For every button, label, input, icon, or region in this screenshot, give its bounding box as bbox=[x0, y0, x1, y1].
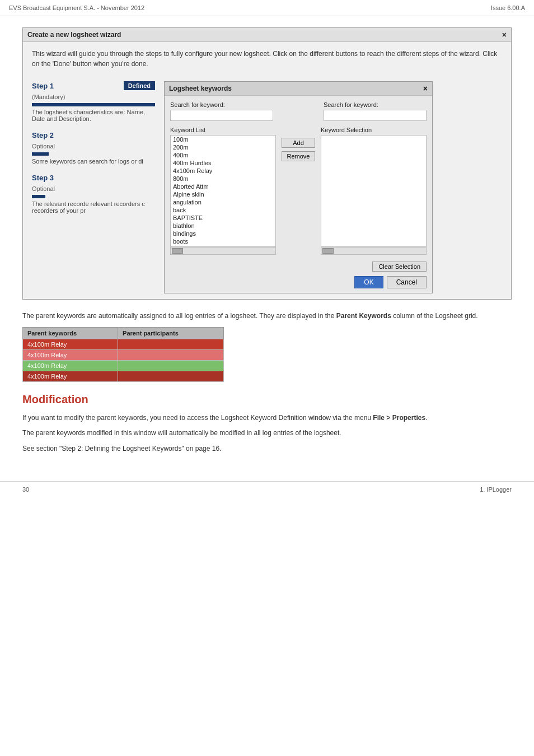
step-1-desc: The logsheet's characteristics are: Name… bbox=[32, 109, 155, 122]
middle-buttons: Add Remove bbox=[282, 127, 315, 161]
mod-para-2: The parent keywords modified in this win… bbox=[22, 428, 512, 438]
search-left-col: Search for keyword: bbox=[170, 101, 273, 121]
keyword-selection-scrollbar[interactable] bbox=[321, 247, 427, 255]
footer-left: 30 bbox=[22, 486, 29, 493]
list-item[interactable]: BAPTISTE bbox=[171, 214, 275, 222]
keywords-body: Search for keyword: Search for keyword: bbox=[165, 96, 432, 264]
keyword-cell: 4x100m Relay bbox=[23, 371, 118, 382]
keyword-list[interactable]: 100m200m400m400m Hurdles4x100m Relay800m… bbox=[170, 135, 276, 247]
lists-row: Keyword List 100m200m400m400m Hurdles4x1… bbox=[170, 127, 427, 255]
list-item[interactable]: boots bbox=[171, 237, 275, 245]
list-item[interactable]: bindings bbox=[171, 230, 275, 237]
step-3-block: Step 3 Optional The relevant recorde rel… bbox=[32, 174, 155, 214]
below-text-start: The parent keywords are automatically as… bbox=[22, 312, 336, 320]
table-row: 4x100m Relay bbox=[23, 361, 224, 371]
step-3-desc: The relevant recorde relevant recorders … bbox=[32, 200, 155, 214]
keywords-close-button[interactable]: × bbox=[423, 84, 428, 93]
selection-scrollbar-thumb bbox=[322, 248, 334, 254]
keyword-cell: 4x100m Relay bbox=[23, 350, 118, 361]
keyword-list-col: Keyword List 100m200m400m400m Hurdles4x1… bbox=[170, 127, 276, 255]
step-1-header: Step 1 Defined bbox=[32, 81, 155, 90]
mod-para-1-text: If you want to modify the parent keyword… bbox=[22, 414, 373, 422]
search-left-label: Search for keyword: bbox=[170, 101, 273, 108]
mod-para-1-end: . bbox=[425, 414, 427, 422]
keyword-cell: 4x100m Relay bbox=[23, 339, 118, 350]
list-item[interactable]: back bbox=[171, 206, 275, 214]
ok-button[interactable]: OK bbox=[354, 276, 383, 288]
step-1-label[interactable]: Step 1 bbox=[32, 82, 54, 90]
remove-button[interactable]: Remove bbox=[282, 151, 315, 161]
footer-right: 1. IPLogger bbox=[480, 486, 512, 493]
col-parent-keywords: Parent keywords bbox=[23, 328, 118, 339]
wizard-title-bar: Create a new logsheet wizard × bbox=[23, 28, 511, 42]
step-2-sub: Optional bbox=[32, 143, 55, 150]
list-item[interactable]: 400m Hurdles bbox=[171, 159, 275, 167]
wizard-close-button[interactable]: × bbox=[502, 30, 507, 39]
mod-para-1: If you want to modify the parent keyword… bbox=[22, 413, 512, 423]
parent-keywords-bold: Parent Keywords bbox=[336, 312, 391, 320]
list-item[interactable]: 800m bbox=[171, 175, 275, 183]
scrollbar-thumb bbox=[172, 248, 183, 254]
search-row: Search for keyword: Search for keyword: bbox=[170, 101, 427, 121]
participants-cell bbox=[118, 371, 224, 382]
keyword-list-scrollbar[interactable] bbox=[170, 247, 276, 255]
table-row: 4x100m Relay bbox=[23, 350, 224, 361]
header-right: Issue 6.00.A bbox=[491, 4, 525, 11]
list-item[interactable]: Aborted Attm bbox=[171, 183, 275, 190]
step-1-bar bbox=[32, 103, 155, 106]
search-left-input[interactable] bbox=[170, 110, 273, 121]
step-2-desc: Some keywords can search for logs or di bbox=[32, 158, 155, 165]
list-item[interactable]: 4x100m Relay bbox=[171, 167, 275, 175]
wizard-steps: Step 1 Defined (Mandatory) The logsheet'… bbox=[32, 81, 155, 293]
wizard-dialog: Create a new logsheet wizard × This wiza… bbox=[22, 27, 512, 300]
keyword-selection-list[interactable] bbox=[321, 135, 427, 247]
keywords-title: Logsheet keywords bbox=[169, 85, 232, 92]
keywords-modal: Logsheet keywords × Search for keyword: … bbox=[164, 81, 433, 293]
wizard-title: Create a new logsheet wizard bbox=[27, 31, 121, 39]
parent-keywords-table: Parent keywords Parent participants 4x10… bbox=[22, 327, 224, 382]
wizard-intro: This wizard will guide you through the s… bbox=[23, 42, 511, 76]
parent-keywords-paragraph: The parent keywords are automatically as… bbox=[22, 311, 512, 321]
keyword-selection-label: Keyword Selection bbox=[321, 127, 427, 133]
table-row: 4x100m Relay bbox=[23, 339, 224, 350]
modification-title: Modification bbox=[22, 393, 512, 406]
clear-selection-button[interactable]: Clear Selection bbox=[372, 262, 427, 272]
add-button[interactable]: Add bbox=[282, 138, 315, 148]
keywords-title-bar: Logsheet keywords × bbox=[165, 82, 432, 96]
participants-cell bbox=[118, 350, 224, 361]
list-item[interactable]: 100m bbox=[171, 136, 275, 143]
list-item[interactable]: angulation bbox=[171, 198, 275, 206]
keyword-selection-col: Keyword Selection bbox=[321, 127, 427, 255]
step-2-label[interactable]: Step 2 bbox=[32, 131, 54, 139]
table-row: 4x100m Relay bbox=[23, 371, 224, 382]
step-3-bar bbox=[32, 195, 45, 198]
list-item[interactable]: biathlon bbox=[171, 222, 275, 230]
step-3-sub: Optional bbox=[32, 185, 55, 192]
step-2-bar bbox=[32, 152, 49, 156]
keyword-list-label: Keyword List bbox=[170, 127, 276, 133]
page-header: EVS Broadcast Equipment S.A. - November … bbox=[0, 0, 534, 16]
header-left: EVS Broadcast Equipment S.A. - November … bbox=[9, 4, 144, 11]
list-item[interactable]: 200m bbox=[171, 143, 275, 151]
mod-para-3: See section "Step 2: Defining the Logshe… bbox=[22, 444, 512, 454]
below-text-end: column of the Logsheet grid. bbox=[391, 312, 478, 320]
participants-cell bbox=[118, 339, 224, 350]
keywords-footer: OK Cancel bbox=[165, 272, 432, 293]
step-2-header: Step 2 bbox=[32, 131, 155, 139]
wizard-body: Step 1 Defined (Mandatory) The logsheet'… bbox=[23, 76, 511, 299]
step-1-sub: (Mandatory) bbox=[32, 94, 65, 100]
page-content: Create a new logsheet wizard × This wiza… bbox=[0, 16, 534, 470]
mod-para-1-bold: File > Properties bbox=[373, 414, 425, 422]
step-1-badge: Defined bbox=[124, 81, 155, 90]
keyword-cell: 4x100m Relay bbox=[23, 361, 118, 371]
search-right-input[interactable] bbox=[324, 110, 427, 121]
list-item[interactable]: Alpine skiin bbox=[171, 190, 275, 198]
col-parent-participants: Parent participants bbox=[118, 328, 224, 339]
search-right-label: Search for keyword: bbox=[324, 101, 427, 108]
search-right-col: Search for keyword: bbox=[324, 101, 427, 121]
step-3-header: Step 3 bbox=[32, 174, 155, 182]
list-item[interactable]: 400m bbox=[171, 151, 275, 159]
step-3-label[interactable]: Step 3 bbox=[32, 174, 54, 182]
cancel-button[interactable]: Cancel bbox=[387, 276, 427, 288]
participants-cell bbox=[118, 361, 224, 371]
